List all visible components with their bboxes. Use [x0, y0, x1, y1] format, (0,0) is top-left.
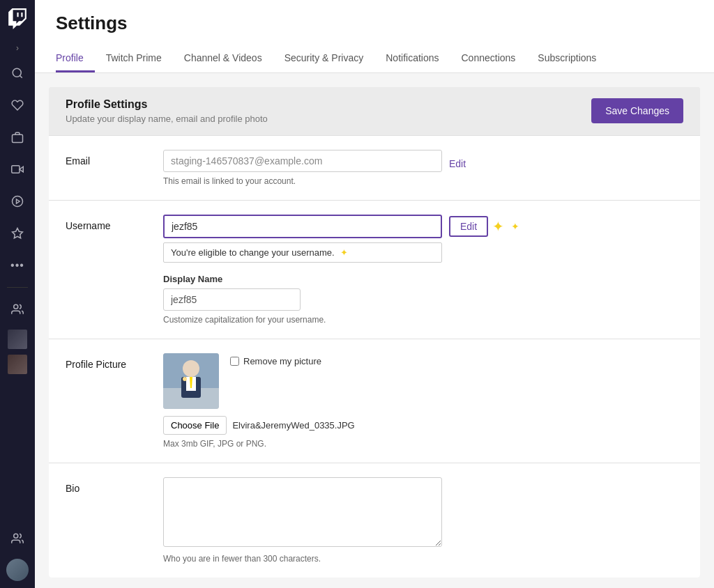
bio-label: Bio	[66, 477, 149, 494]
sidebar-item-video[interactable]	[3, 155, 32, 184]
file-hint: Max 3mb GIF, JPG or PNG.	[163, 439, 683, 449]
tab-channel-videos[interactable]: Channel & Videos	[173, 45, 273, 72]
svg-point-9	[14, 534, 18, 538]
save-changes-button[interactable]: Save Changes	[591, 98, 683, 123]
bio-hint: Who you are in fewer than 300 characters…	[163, 554, 683, 564]
svg-marker-6	[17, 199, 20, 203]
sidebar: › •••	[0, 0, 35, 588]
username-field-group: Edit ✦ ✦ You're eligible to change your …	[163, 215, 683, 325]
sidebar-item-more[interactable]: •••	[3, 251, 32, 280]
eligible-banner: You're eligible to change your username.…	[163, 242, 442, 263]
email-row: Email Edit This email is linked to your …	[49, 135, 700, 200]
svg-rect-4	[12, 166, 20, 173]
username-input[interactable]	[163, 215, 442, 238]
sidebar-item-search[interactable]	[3, 59, 32, 88]
sidebar-item-community[interactable]	[3, 524, 32, 553]
username-row: Username Edit ✦ ✦ You're eligible to cha…	[49, 200, 700, 339]
remove-picture-checkbox[interactable]	[230, 357, 239, 366]
svg-marker-7	[13, 229, 23, 238]
sidebar-item-browse[interactable]	[3, 187, 32, 216]
bio-row: Bio Who you are in fewer than 300 charac…	[49, 463, 700, 578]
svg-line-1	[20, 75, 22, 77]
profile-picture-field-group: Remove my picture Choose File Elvira&Jer…	[163, 353, 683, 449]
sidebar-item-following[interactable]	[3, 295, 32, 324]
svg-point-8	[14, 304, 18, 309]
sparkle-icon-3: ✦	[340, 247, 348, 258]
page-header: Settings Profile Twitch Prime Channel & …	[35, 0, 714, 73]
email-input[interactable]	[163, 150, 442, 172]
section-title: Profile Settings	[66, 98, 268, 111]
sidebar-expand-chevron[interactable]: ›	[16, 43, 19, 53]
svg-rect-2	[13, 134, 23, 142]
file-name-display: Elvira&JeremyWed_0335.JPG	[232, 420, 354, 431]
tab-subscriptions[interactable]: Subscriptions	[526, 45, 607, 72]
main-content: Settings Profile Twitch Prime Channel & …	[35, 0, 714, 588]
username-label: Username	[66, 215, 149, 231]
sparkle-icon-1: ✦	[492, 218, 504, 235]
svg-point-0	[13, 68, 21, 77]
tab-security-privacy[interactable]: Security & Privacy	[273, 45, 375, 72]
sparkle-icon-2: ✦	[511, 221, 519, 232]
display-name-hint: Customize capitalization for your userna…	[163, 315, 683, 325]
display-name-section: Display Name Customize capitalization fo…	[163, 274, 683, 325]
section-subtitle: Update your display name, email and prof…	[66, 114, 268, 124]
remove-picture-label: Remove my picture	[243, 356, 321, 366]
svg-point-16	[183, 377, 187, 381]
svg-point-5	[13, 196, 23, 207]
bio-textarea[interactable]	[163, 477, 442, 547]
bio-field-group: Who you are in fewer than 300 characters…	[163, 477, 683, 564]
email-edit-link[interactable]: Edit	[449, 153, 466, 169]
sidebar-item-games[interactable]	[3, 123, 32, 152]
username-edit-button[interactable]: Edit	[449, 216, 488, 237]
sidebar-item-favorites[interactable]	[3, 91, 32, 120]
section-header-text: Profile Settings Update your display nam…	[66, 98, 268, 124]
section-header: Profile Settings Update your display nam…	[49, 87, 700, 135]
display-name-label: Display Name	[163, 274, 683, 284]
tab-twitch-prime[interactable]: Twitch Prime	[95, 45, 173, 72]
email-hint: This email is linked to your account.	[163, 176, 683, 186]
email-label: Email	[66, 150, 149, 167]
sidebar-item-logo[interactable]	[3, 7, 32, 36]
tab-notifications[interactable]: Notifications	[374, 45, 450, 72]
profile-image-preview	[163, 353, 219, 409]
tab-nav: Profile Twitch Prime Channel & Videos Se…	[56, 45, 693, 72]
profile-pic-controls: Remove my picture	[230, 353, 321, 366]
sidebar-channel-thumb-1[interactable]	[8, 330, 27, 349]
tab-connections[interactable]: Connections	[450, 45, 527, 72]
svg-marker-3	[20, 167, 23, 172]
sidebar-item-prime[interactable]	[3, 219, 32, 248]
profile-settings-card: Profile Settings Update your display nam…	[49, 87, 700, 578]
email-field-group: Edit This email is linked to your accoun…	[163, 150, 683, 186]
svg-point-12	[183, 360, 199, 377]
user-avatar[interactable]	[6, 559, 29, 581]
display-name-input[interactable]	[163, 288, 301, 311]
tab-profile[interactable]: Profile	[56, 45, 95, 72]
content-area: Profile Settings Update your display nam…	[35, 87, 714, 588]
profile-picture-label: Profile Picture	[66, 353, 149, 370]
sidebar-channel-thumb-2[interactable]	[8, 355, 27, 374]
page-title: Settings	[56, 13, 693, 34]
choose-file-button[interactable]: Choose File	[163, 416, 227, 435]
profile-picture-row: Profile Picture	[49, 339, 700, 463]
